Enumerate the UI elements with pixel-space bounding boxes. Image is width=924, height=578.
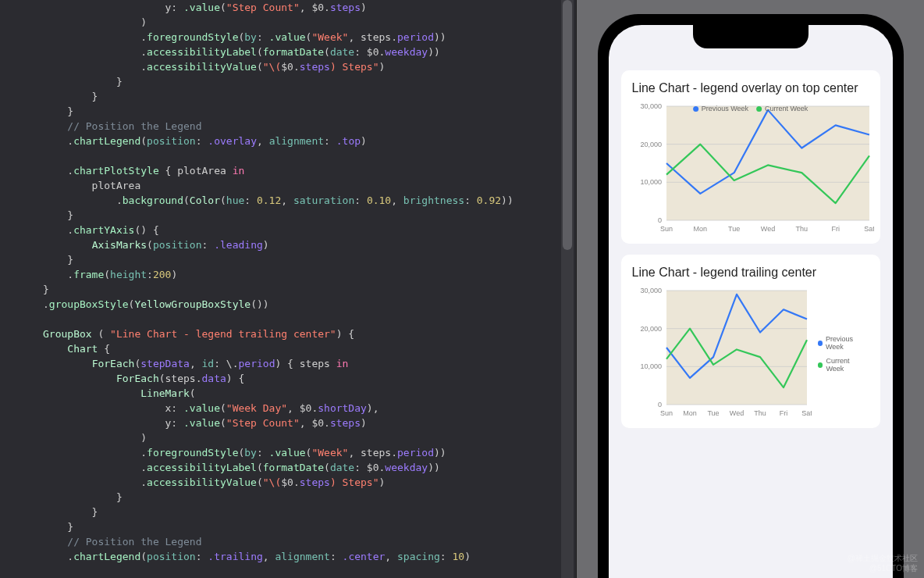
svg-text:Thu: Thu [795, 225, 808, 233]
svg-text:Tue: Tue [728, 225, 740, 233]
phone-screen: Line Chart - legend overlay on top cente… [609, 25, 893, 578]
svg-text:Tue: Tue [707, 409, 719, 417]
svg-text:Mon: Mon [683, 409, 697, 417]
legend-dot-curr-icon [818, 362, 823, 368]
phone-notch [693, 25, 808, 48]
svg-text:Fri: Fri [779, 409, 787, 417]
svg-text:10,000: 10,000 [640, 362, 662, 370]
line-chart-1: 010,00020,00030,000SunMonTueWedThuFriSat [632, 103, 874, 236]
phone-frame: Line Chart - legend overlay on top cente… [598, 14, 904, 578]
chart-title-2: Line Chart - legend trailing center [632, 266, 869, 280]
svg-text:Fri: Fri [831, 225, 840, 233]
svg-text:Wed: Wed [760, 225, 774, 233]
svg-text:Sat: Sat [801, 409, 812, 417]
legend-dot-prev-icon [693, 106, 698, 112]
chart-card-top: Line Chart - legend overlay on top cente… [621, 70, 880, 244]
svg-text:20,000: 20,000 [640, 325, 662, 333]
legend-item-curr: Current Week [756, 105, 808, 112]
chart-area-1: Previous Week Current Week 010,00020,000… [632, 103, 869, 236]
legend-dot-prev-icon [818, 341, 823, 346]
svg-text:Mon: Mon [693, 225, 707, 233]
svg-rect-16 [666, 291, 807, 405]
legend-item-prev-side: Previous Week [818, 335, 869, 351]
preview-panel: Line Chart - legend overlay on top cente… [577, 0, 924, 578]
legend-trailing-center: Previous Week Current Week [812, 287, 869, 420]
legend-label-curr-side: Current Week [826, 357, 869, 373]
svg-text:Sun: Sun [659, 409, 672, 417]
svg-text:20,000: 20,000 [640, 141, 662, 148]
svg-text:30,000: 30,000 [640, 287, 662, 294]
svg-text:10,000: 10,000 [640, 178, 662, 186]
legend-item-curr-side: Current Week [818, 357, 869, 373]
line-chart-2: 010,00020,00030,000SunMonTueWedThuFriSat [632, 287, 812, 420]
svg-text:0: 0 [657, 216, 661, 224]
chart-area-2: 010,00020,00030,000SunMonTueWedThuFriSat [632, 287, 812, 420]
legend-label-prev-side: Previous Week [826, 335, 869, 351]
legend-label-prev: Previous Week [702, 105, 748, 112]
svg-text:Sun: Sun [659, 225, 672, 233]
scrollbar-track[interactable] [561, 0, 574, 578]
svg-rect-0 [666, 106, 869, 220]
legend-item-prev: Previous Week [693, 105, 748, 112]
svg-text:Wed: Wed [729, 409, 743, 417]
svg-text:Thu: Thu [754, 409, 766, 417]
code-content: y: .value("Step Count", $0.steps) ) .for… [43, 0, 568, 578]
watermark: @稀土掘金技术社区 @51CTO博客 [848, 553, 918, 573]
scrollbar-thumb[interactable] [563, 0, 572, 250]
legend-top-center: Previous Week Current Week [693, 105, 808, 112]
svg-text:0: 0 [657, 401, 661, 409]
legend-dot-curr-icon [756, 106, 762, 112]
chart-card-bottom: Line Chart - legend trailing center 010,… [621, 255, 880, 428]
svg-text:30,000: 30,000 [640, 103, 662, 110]
code-editor[interactable]: y: .value("Step Count", $0.steps) ) .for… [0, 0, 576, 578]
legend-label-curr: Current Week [765, 105, 808, 112]
chart-title-1: Line Chart - legend overlay on top cente… [632, 81, 869, 95]
svg-text:Sat: Sat [864, 225, 874, 233]
